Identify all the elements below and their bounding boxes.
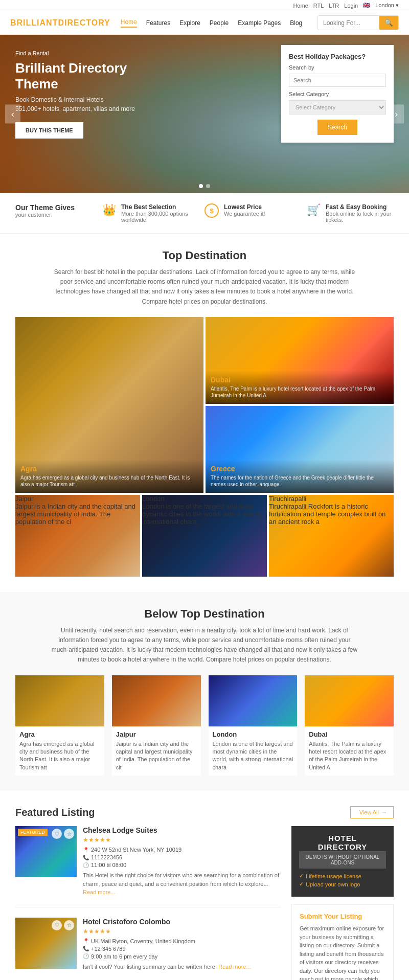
nav-example-pages[interactable]: Example Pages [238, 19, 281, 27]
hotel-dir-title: HOTELDIRECTORY [299, 834, 386, 851]
check-label-2: Upload your own logo [306, 881, 360, 887]
dest-name-london: London [142, 495, 267, 503]
location-icon: 📍 [83, 847, 89, 853]
feature-item-2: $ Lowest Price We guarantee it! [204, 203, 291, 218]
below-desc-agra: Agra has emerged as a global city and bu… [19, 740, 100, 772]
listing-badge-1: FEATURED [18, 829, 48, 836]
feature-intro: Our Theme Gives your customer: [15, 203, 87, 218]
category-select[interactable]: Select Category [289, 100, 386, 115]
submit-box: Submit Your Listing Get maximum online e… [291, 904, 394, 980]
below-card-dubai[interactable]: Dubai Atlantis, The Palm is a luxury hot… [305, 675, 394, 776]
nav-blog[interactable]: Blog [290, 19, 302, 27]
read-more-1[interactable]: Read more... [83, 889, 116, 895]
listing-address-1: 📍 240 W 52nd St New York, NY 10019 [83, 847, 281, 853]
below-top-title: Below Top Destination [15, 607, 394, 621]
listing-name-1: Chelsea Lodge Suites [83, 826, 281, 834]
below-body-dubai: Dubai Atlantis, The Palm is a luxury hot… [305, 726, 394, 776]
featured-content: FEATURED ♡ ☆ Chelsea Lodge Suites ★★★★★ … [15, 826, 394, 980]
dest-desc-tiruchirappalli: Tiruchirapalli Rockfort is a historic fo… [269, 503, 394, 526]
feature-title-2: Lowest Price [224, 203, 265, 211]
flag-icon: 🇬🇧 [363, 2, 370, 9]
dest-overlay-london: London London is one of the largest and … [142, 495, 267, 526]
below-img-jaipur [112, 675, 201, 726]
hero-title: Brilliant Directory Theme [15, 60, 169, 92]
nav-home[interactable]: Home [121, 18, 137, 28]
dest-desc-jaipur: Jaipur is a Indian city and the capital … [15, 503, 140, 526]
bookmark-icon[interactable]: ☆ [64, 829, 74, 839]
view-all-link[interactable]: View All → [350, 806, 394, 818]
topbar-home-link[interactable]: Home [293, 3, 308, 9]
destination-dubai[interactable]: Dubai Atlantis, The Palm is a luxury hot… [206, 317, 394, 404]
below-card-agra[interactable]: Agra Agra has emerged as a global city a… [15, 675, 104, 776]
select-category-label: Select Category [289, 91, 386, 97]
top-destination-title: Top Destination [15, 249, 394, 262]
dest-desc-dubai: Atlantis, The Palm is a luxury hotel res… [211, 385, 389, 399]
read-more-2[interactable]: Read more... [218, 964, 251, 970]
listing-card-2: ♡ ☆ Hotel Cristoforo Colombo ★★★★★ 📍 UK … [15, 918, 281, 980]
listing-img-1: FEATURED ♡ ☆ [15, 826, 77, 877]
check-logo: ✓ Upload your own logo [299, 881, 386, 887]
nav-features[interactable]: Features [146, 19, 170, 27]
hero-content: Find a Rental Brilliant Directory Theme … [15, 50, 169, 139]
topbar-login-link[interactable]: Login [344, 3, 358, 9]
top-destination-section: Top Destination Search for best bit hote… [0, 234, 409, 592]
dest-name-jaipur: Jaipur [15, 495, 140, 503]
listing-icons-1: ♡ ☆ [52, 829, 74, 839]
featured-sidebar: HOTELDIRECTORY DEMO IS WITHOUT OPTIONAL … [291, 826, 394, 980]
destinations-grid2: Jaipur Jaipur is a Indian city and the c… [15, 495, 394, 577]
featured-section: Featured Listing View All → FEATURED ♡ ☆… [0, 791, 409, 980]
featured-title: Featured Listing [15, 807, 95, 818]
below-card-jaipur[interactable]: Jaipur Jaipur is a Indian city and the c… [112, 675, 201, 776]
destination-agra[interactable]: Agra Agra has emerged as a global city a… [15, 317, 203, 493]
below-card-london[interactable]: London London is one of the largest and … [209, 675, 298, 776]
nav-bar: BRILLIANTDIRECTORY Home Features Explore… [0, 11, 409, 35]
hero-search-button[interactable]: Search [317, 120, 357, 135]
check-license: ✓ Lifetime usage license [299, 873, 386, 879]
below-top-desc: Until recently, hotel search and reserva… [51, 626, 358, 665]
destination-tiruchirappalli[interactable]: Tiruchirapalli Tiruchirapalli Rockfort i… [269, 495, 394, 577]
nav-search-input[interactable] [318, 17, 379, 29]
destination-greece[interactable]: Greece The names for the nation of Greec… [206, 406, 394, 493]
destination-london[interactable]: London London is one of the largest and … [142, 495, 267, 577]
listing-img-2: ♡ ☆ [15, 918, 77, 969]
find-rental-link[interactable]: Find a Rental [15, 50, 169, 56]
below-desc-dubai: Atlantis, The Palm is a luxury hotel res… [309, 740, 390, 772]
address-text-2: UK Mail Ryton, Coventry, United Kingdom [91, 938, 195, 944]
nav-links: Home Features Explore People Example Pag… [121, 18, 307, 28]
top-bar: Home RTL LTR Login 🇬🇧 London ▾ [0, 0, 409, 11]
destination-jaipur[interactable]: Jaipur Jaipur is a Indian city and the c… [15, 495, 140, 577]
below-name-jaipur: Jaipur [116, 731, 197, 738]
search-box-title: Best Holiday Packages? [289, 53, 386, 60]
below-grid: Agra Agra has emerged as a global city a… [15, 675, 394, 776]
crown-icon: 👑 [102, 203, 116, 217]
hero-search-input[interactable] [289, 74, 386, 87]
top-destination-desc: Search for best bit hotel in the popular… [51, 267, 358, 307]
below-body-jaipur: Jaipur Jaipur is a Indian city and the c… [112, 726, 201, 776]
hero-dot-2[interactable] [206, 184, 210, 188]
nav-people[interactable]: People [210, 19, 229, 27]
heart-icon[interactable]: ♡ [52, 829, 62, 839]
below-top-section: Below Top Destination Until recently, ho… [0, 592, 409, 791]
dest-overlay-agra: Agra Agra has emerged as a global city a… [15, 460, 203, 493]
below-img-dubai [305, 675, 394, 726]
location-selector[interactable]: London ▾ [375, 2, 399, 9]
below-img-london [209, 675, 298, 726]
below-name-agra: Agra [19, 731, 100, 738]
destinations-grid: Agra Agra has emerged as a global city a… [15, 317, 394, 493]
bookmark-icon-2[interactable]: ☆ [64, 920, 74, 930]
topbar-rtl-link[interactable]: RTL [313, 3, 324, 9]
view-all-label: View All [359, 809, 379, 815]
nav-explore[interactable]: Explore [179, 19, 200, 27]
heart-icon-2[interactable]: ♡ [52, 920, 62, 930]
hero-dot-1[interactable] [199, 184, 203, 188]
nav-search-button[interactable]: 🔍 [379, 16, 398, 30]
hero-subtitle: Book Domestic & Internal Hotels [15, 96, 169, 103]
hours-text-1: 11:00 til 08:00 [91, 862, 126, 868]
feature-intro-sub: your customer: [15, 212, 87, 218]
below-body-london: London London is one of the largest and … [209, 726, 298, 776]
listing-stars-1: ★★★★★ [83, 836, 281, 844]
buy-theme-button[interactable]: BUY THIS THEME [15, 122, 83, 139]
topbar-ltr-link[interactable]: LTR [329, 3, 339, 9]
dest-desc-agra: Agra has emerged as a global city and bu… [20, 474, 198, 488]
feature-desc-2: We guarantee it! [224, 211, 265, 217]
